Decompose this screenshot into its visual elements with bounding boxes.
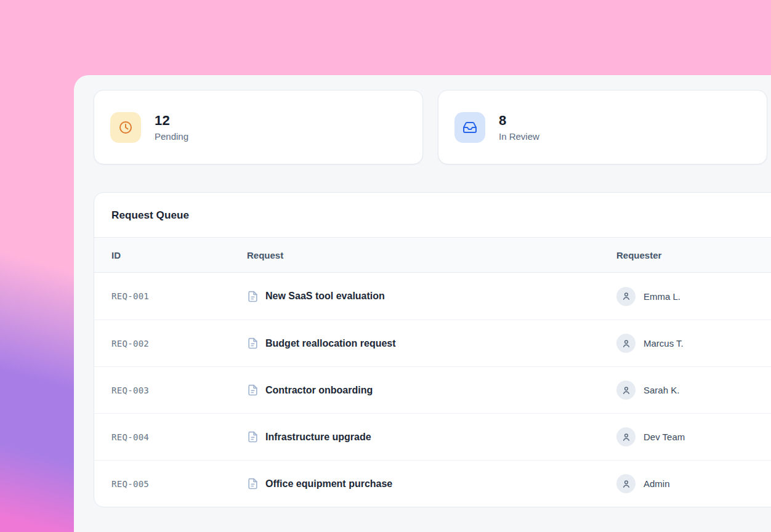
request-id: REQ-003 — [111, 385, 247, 395]
stat-value-in-review: 8 — [499, 113, 539, 128]
stats-row: 12 Pending 8 In Review — [94, 90, 771, 164]
stat-value-pending: 12 — [155, 113, 188, 128]
stat-label-pending: Pending — [155, 131, 188, 142]
request-title: New SaaS tool evaluation — [265, 291, 385, 302]
requester-name: Marcus T. — [644, 338, 684, 349]
avatar — [616, 334, 636, 353]
requester-name: Admin — [644, 478, 670, 489]
request-id: REQ-004 — [111, 432, 247, 442]
request-title: Contractor onboarding — [265, 385, 373, 396]
request-title: Budget reallocation request — [265, 338, 396, 349]
column-header-request: Request — [247, 250, 616, 260]
requester-cell: Marcus T. — [616, 334, 771, 353]
column-header-requester: Requester — [616, 250, 771, 260]
stat-card-in-review: 8 In Review — [438, 90, 767, 164]
requester-cell: Sarah K. — [616, 381, 771, 400]
main-panel: 12 Pending 8 In Review Request Queue ID … — [74, 75, 771, 532]
request-title: Infrastructure upgrade — [265, 432, 371, 443]
request-id: REQ-002 — [111, 339, 247, 349]
avatar — [616, 427, 636, 446]
table-row[interactable]: REQ-004 Infrastructure upgrade Dev Team — [94, 413, 771, 460]
requester-name: Emma L. — [644, 291, 680, 302]
request-cell: New SaaS tool evaluation — [247, 291, 616, 302]
file-text-icon — [247, 431, 259, 443]
request-cell: Office equipment purchase — [247, 478, 616, 490]
request-id: REQ-001 — [111, 291, 247, 301]
file-text-icon — [247, 384, 259, 396]
requester-cell: Dev Team — [616, 427, 771, 446]
requester-cell: Admin — [616, 474, 771, 493]
table-row[interactable]: REQ-003 Contractor onboarding Sarah K. — [94, 366, 771, 413]
requester-name: Dev Team — [644, 432, 685, 442]
stat-text: 12 Pending — [155, 113, 188, 141]
table-row[interactable]: REQ-001 New SaaS tool evaluation Emma L. — [94, 273, 771, 320]
avatar — [616, 287, 636, 306]
stat-card-pending: 12 Pending — [94, 90, 423, 164]
file-text-icon — [247, 337, 259, 349]
request-id: REQ-005 — [111, 479, 247, 489]
stat-label-in-review: In Review — [499, 131, 539, 142]
request-cell: Infrastructure upgrade — [247, 431, 616, 443]
clock-icon — [110, 112, 141, 143]
table-row[interactable]: REQ-002 Budget reallocation request Marc… — [94, 320, 771, 366]
table-row[interactable]: REQ-005 Office equipment purchase Admin — [94, 460, 771, 507]
requester-cell: Emma L. — [616, 287, 771, 306]
table-title: Request Queue — [111, 209, 771, 222]
inbox-icon — [454, 112, 485, 143]
avatar — [616, 381, 636, 400]
stat-text: 8 In Review — [499, 113, 539, 141]
request-queue-card: Request Queue ID Request Requester REQ-0… — [94, 192, 771, 507]
requester-name: Sarah K. — [644, 385, 679, 395]
table-title-bar: Request Queue — [94, 193, 771, 237]
table-header-row: ID Request Requester — [94, 237, 771, 273]
file-text-icon — [247, 478, 259, 490]
avatar — [616, 474, 636, 493]
request-cell: Budget reallocation request — [247, 337, 616, 349]
column-header-id: ID — [111, 250, 247, 260]
request-cell: Contractor onboarding — [247, 384, 616, 396]
file-text-icon — [247, 291, 259, 302]
request-title: Office equipment purchase — [265, 478, 392, 490]
